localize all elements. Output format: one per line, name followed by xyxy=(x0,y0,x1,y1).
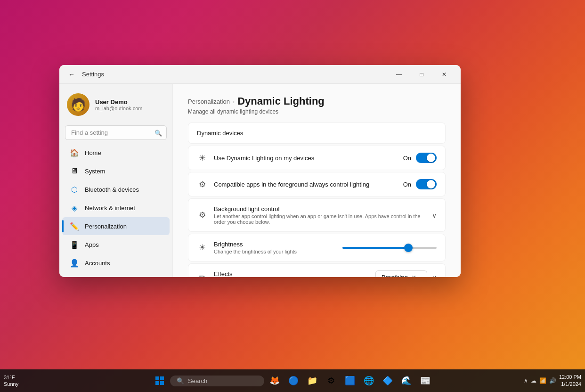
avatar: 🧑 xyxy=(67,93,89,116)
user-email: m_lab@outlook.com xyxy=(95,106,165,111)
minimize-button[interactable]: — xyxy=(388,67,410,82)
close-button[interactable]: ✕ xyxy=(433,67,455,82)
taskbar-weather: 31°F Sunny xyxy=(4,374,18,388)
page-subtitle: Manage all dynamic lighting devices xyxy=(188,108,446,115)
background-light-row[interactable]: ⚙ Background light control Let another a… xyxy=(188,198,446,232)
sidebar-item-accounts[interactable]: 👤 Accounts xyxy=(62,254,170,272)
breadcrumb: Personalization › Dynamic Lighting xyxy=(188,95,446,107)
main-content: Personalization › Dynamic Lighting Manag… xyxy=(172,84,461,277)
compatible-apps-toggle[interactable] xyxy=(416,179,437,189)
sidebar-search-container: 🔍 xyxy=(65,125,167,140)
taskbar-right: ∧ ☁ 📶 🔊 12:00 PM 1/1/2024 xyxy=(524,374,581,388)
chevron-down-icon: ∨ xyxy=(432,212,437,219)
chevron-down-icon: ∨ xyxy=(412,274,416,277)
taskbar-app-5[interactable]: 🟦 xyxy=(341,372,358,389)
setting-label: Use Dynamic Lighting on my devices xyxy=(214,155,397,162)
svg-rect-1 xyxy=(160,376,164,380)
clock-time: 12:00 PM xyxy=(559,374,581,381)
taskbar-app-3[interactable]: 📁 xyxy=(304,372,321,389)
search-label: Search xyxy=(188,377,207,384)
setting-label: Effects xyxy=(214,270,369,277)
taskbar-center: 🔍 Search 🦊 🔵 📁 ⚙ 🟦 🌐 🔷 🌊 📰 xyxy=(151,372,434,389)
svg-rect-3 xyxy=(160,381,164,385)
system-icon: 🖥 xyxy=(70,166,79,176)
taskbar-search[interactable]: 🔍 Search xyxy=(170,376,264,386)
setting-label: Brightness xyxy=(214,241,336,248)
toggle-control: On xyxy=(403,153,437,163)
system-tray-up[interactable]: ∧ xyxy=(524,377,528,384)
taskbar-app-settings[interactable]: ⚙ xyxy=(323,372,340,389)
setting-label: Compatible apps in the foreground always… xyxy=(214,181,397,188)
use-dynamic-toggle[interactable] xyxy=(416,153,437,163)
slider-thumb[interactable] xyxy=(404,244,413,252)
time-icon: 🌍 xyxy=(70,277,79,277)
sidebar-item-home[interactable]: 🏠 Home xyxy=(62,144,170,162)
sidebar-item-label: Bluetooth & devices xyxy=(85,186,139,193)
setting-text: Effects Choose color themes and effects … xyxy=(214,270,369,277)
effects-icon: ✏ xyxy=(197,272,207,278)
taskbar-app-8[interactable]: 🌊 xyxy=(398,372,415,389)
taskbar-app-6[interactable]: 🌐 xyxy=(360,372,377,389)
svg-rect-2 xyxy=(155,381,159,385)
compatible-apps-row: ⚙ Compatible apps in the foreground alwa… xyxy=(188,172,446,196)
slider-control xyxy=(342,247,437,249)
setting-desc: Let another app control lighting when an… xyxy=(214,213,425,225)
apps-lighting-icon: ⚙ xyxy=(197,179,207,189)
volume-icon: 🔊 xyxy=(549,377,556,384)
back-button[interactable]: ← xyxy=(65,68,78,81)
effects-dropdown[interactable]: Breathing ∨ xyxy=(375,270,427,277)
sidebar-nav: 🏠 Home 🖥 System ⬡ Bluetooth & devices ◈ … xyxy=(59,144,172,277)
sidebar-item-network[interactable]: ◈ Network & internet xyxy=(62,199,170,217)
weather-desc: Sunny xyxy=(4,381,18,387)
sidebar-item-personalization[interactable]: ✏️ Personalization xyxy=(62,217,170,235)
taskbar-app-1[interactable]: 🦊 xyxy=(266,372,283,389)
search-input[interactable] xyxy=(65,125,167,140)
chevron-down-icon: ∨ xyxy=(432,274,437,278)
effects-row: ✏ Effects Choose color themes and effect… xyxy=(188,263,446,277)
page-heading: Personalization › Dynamic Lighting Manag… xyxy=(188,95,446,115)
dynamic-devices-banner: Dynamic devices xyxy=(188,122,446,144)
apps-icon: 📱 xyxy=(70,240,79,249)
cloud-icon: ☁ xyxy=(531,377,536,384)
gear-icon: ⚙ xyxy=(197,210,207,220)
title-bar: ← Settings — □ ✕ xyxy=(59,65,461,84)
bluetooth-icon: ⬡ xyxy=(70,185,79,194)
svg-rect-0 xyxy=(155,376,159,380)
user-info: User Demo m_lab@outlook.com xyxy=(95,98,165,111)
network-icon: 📶 xyxy=(539,377,546,384)
sidebar-item-time[interactable]: 🌍 Time & language xyxy=(62,272,170,277)
user-profile[interactable]: 🧑 User Demo m_lab@outlook.com xyxy=(59,88,172,122)
on-label: On xyxy=(403,181,411,188)
window-controls: — □ ✕ xyxy=(388,67,455,82)
maximize-button[interactable]: □ xyxy=(411,67,432,82)
page-title: Dynamic Lighting xyxy=(237,95,325,107)
brightness-slider[interactable] xyxy=(342,247,437,249)
sidebar-item-label: Apps xyxy=(85,241,99,248)
clock-date: 1/1/2024 xyxy=(559,381,581,388)
sidebar: 🧑 User Demo m_lab@outlook.com 🔍 🏠 Home xyxy=(59,84,172,277)
on-label: On xyxy=(403,155,411,162)
slider-fill xyxy=(342,247,408,249)
sidebar-item-apps[interactable]: 📱 Apps xyxy=(62,236,170,253)
sidebar-item-bluetooth[interactable]: ⬡ Bluetooth & devices xyxy=(62,180,170,198)
taskbar-app-2[interactable]: 🔵 xyxy=(285,372,302,389)
personalization-icon: ✏️ xyxy=(70,221,79,231)
taskbar: 31°F Sunny 🔍 Search 🦊 🔵 📁 ⚙ 🟦 🌐 🔷 🌊 📰 xyxy=(0,369,585,392)
setting-text: Brightness Change the brightness of your… xyxy=(214,241,336,254)
search-icon: 🔍 xyxy=(154,129,162,136)
effects-dropdown-value: Breathing xyxy=(382,274,408,277)
breadcrumb-separator: › xyxy=(233,98,235,105)
sidebar-item-label: System xyxy=(85,168,105,175)
dynamic-devices-label: Dynamic devices xyxy=(197,130,243,137)
start-button[interactable] xyxy=(151,372,168,389)
sidebar-item-label: Home xyxy=(85,149,101,156)
window-title: Settings xyxy=(82,71,388,78)
taskbar-app-7[interactable]: 🔷 xyxy=(379,372,396,389)
taskbar-clock[interactable]: 12:00 PM 1/1/2024 xyxy=(559,374,581,388)
dropdown-control: Breathing ∨ ∨ xyxy=(375,270,437,277)
brightness-icon: ☀ xyxy=(197,153,207,163)
taskbar-app-9[interactable]: 📰 xyxy=(417,372,434,389)
sidebar-item-system[interactable]: 🖥 System xyxy=(62,162,170,180)
use-dynamic-lighting-row: ☀ Use Dynamic Lighting on my devices On xyxy=(188,146,446,170)
search-icon: 🔍 xyxy=(177,377,184,384)
